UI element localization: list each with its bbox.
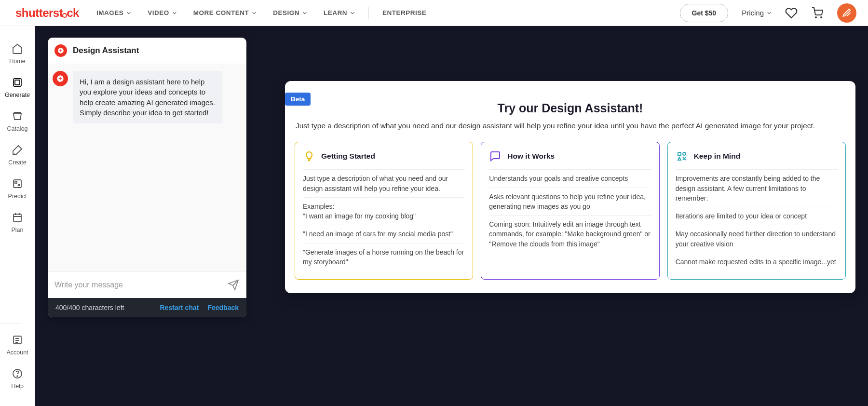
cart-icon[interactable] bbox=[811, 7, 824, 19]
info-panel: Beta Try our Design Assistant! Just type… bbox=[285, 81, 855, 293]
assistant-avatar-icon bbox=[53, 71, 68, 86]
nav-images[interactable]: IMAGES bbox=[96, 9, 131, 16]
card-item: Improvements are constantly being added … bbox=[676, 169, 838, 207]
sidebar-divider bbox=[0, 324, 22, 324]
chevron-down-icon bbox=[172, 11, 177, 15]
top-nav: shutterstck IMAGES VIDEO MORE CONTENT DE… bbox=[0, 0, 868, 26]
card-item: "I need an image of cars for my social m… bbox=[303, 225, 465, 243]
chat-body: Hi, I am a design assistant here to help… bbox=[48, 64, 246, 271]
user-avatar[interactable] bbox=[837, 3, 856, 23]
get-offer-button[interactable]: Get $50 bbox=[680, 4, 729, 22]
nav-design[interactable]: DESIGN bbox=[273, 9, 307, 16]
card-title: Getting Started bbox=[321, 152, 375, 161]
info-card: Try our Design Assistant! Just type a de… bbox=[285, 81, 855, 293]
info-title: Try our Design Assistant! bbox=[295, 101, 846, 115]
nav-label: VIDEO bbox=[148, 9, 169, 16]
shutterstock-logo[interactable]: shutterstck bbox=[15, 6, 79, 20]
info-subtitle: Just type a description of what you need… bbox=[295, 120, 846, 131]
nav-more-content[interactable]: MORE CONTENT bbox=[193, 9, 257, 16]
sidebar-item-home[interactable]: Home bbox=[0, 38, 35, 71]
card-item: Asks relevant questions to help you refi… bbox=[489, 188, 651, 216]
feedback-link[interactable]: Feedback bbox=[207, 304, 239, 311]
card-how-it-works: How it Works Understands your goals and … bbox=[481, 142, 659, 280]
chat-bubble-icon bbox=[489, 150, 502, 162]
sidebar-item-label: Predict bbox=[8, 193, 27, 200]
chat-input[interactable] bbox=[54, 281, 221, 289]
sidebar-item-catalog[interactable]: Catalog bbox=[0, 105, 35, 139]
card-item: Coming soon: Intuitively edit an image t… bbox=[489, 215, 651, 253]
nav-label: IMAGES bbox=[96, 9, 123, 16]
svg-rect-7 bbox=[14, 214, 21, 222]
sidebar-item-create[interactable]: Create bbox=[0, 139, 35, 173]
svg-rect-11 bbox=[678, 152, 681, 155]
beta-badge: Beta bbox=[285, 93, 311, 106]
sidebar-item-plan[interactable]: Plan bbox=[0, 206, 35, 240]
nav-label: LEARN bbox=[324, 9, 347, 16]
nav-divider bbox=[368, 7, 369, 19]
card-keep-in-mind: Keep in Mind Improvements are constantly… bbox=[667, 142, 846, 280]
predict-icon bbox=[11, 177, 24, 190]
card-item: Cannot make requested edits to a specifi… bbox=[676, 253, 838, 271]
sidebar-item-generate[interactable]: Generate bbox=[0, 71, 35, 105]
svg-point-6 bbox=[18, 185, 20, 186]
chat-message: Hi, I am a design assistant here to help… bbox=[73, 71, 222, 123]
sidebar-item-help[interactable]: Help bbox=[0, 363, 35, 396]
sidebar-item-account[interactable]: Account bbox=[0, 329, 35, 363]
chevron-down-icon bbox=[767, 11, 772, 15]
card-item: Iterations are limited to your idea or c… bbox=[676, 207, 838, 225]
nav-label: ENTERPRISE bbox=[382, 9, 426, 16]
sidebar-item-label: Account bbox=[6, 349, 28, 356]
sidebar-item-label: Catalog bbox=[7, 125, 27, 132]
sidebar-item-label: Home bbox=[9, 58, 25, 65]
svg-point-12 bbox=[683, 152, 686, 155]
nav-label: MORE CONTENT bbox=[193, 9, 249, 16]
create-icon bbox=[11, 144, 24, 156]
card-item: Examples: "I want an image for my cookin… bbox=[303, 197, 465, 225]
nav-links: IMAGES VIDEO MORE CONTENT DESIGN LEARN bbox=[96, 9, 355, 16]
pricing-menu[interactable]: Pricing bbox=[742, 9, 772, 17]
chevron-down-icon bbox=[126, 11, 131, 15]
restart-chat-link[interactable]: Restart chat bbox=[160, 304, 199, 311]
chevron-down-icon bbox=[350, 11, 355, 15]
sidebar-item-predict[interactable]: Predict bbox=[0, 173, 35, 206]
char-counter: 400/400 characters left bbox=[55, 304, 124, 311]
send-icon[interactable] bbox=[227, 279, 240, 291]
card-getting-started: Getting Started Just type a description … bbox=[295, 142, 473, 280]
lightbulb-icon bbox=[303, 150, 315, 162]
svg-rect-5 bbox=[15, 181, 17, 183]
topbar-right: Get $50 Pricing bbox=[680, 3, 856, 23]
plan-icon bbox=[11, 211, 24, 224]
pricing-label: Pricing bbox=[742, 9, 764, 17]
account-icon bbox=[11, 334, 24, 346]
card-item: Understands your goals and creative conc… bbox=[489, 169, 651, 187]
info-cards: Getting Started Just type a description … bbox=[295, 142, 846, 280]
main-canvas: Design Assistant Hi, I am a design assis… bbox=[35, 26, 868, 406]
svg-point-1 bbox=[821, 17, 822, 18]
chat-input-row bbox=[48, 271, 246, 298]
left-sidebar: Home Generate Catalog Create Predict Pla… bbox=[0, 26, 35, 406]
nav-enterprise[interactable]: ENTERPRISE bbox=[382, 9, 426, 16]
assistant-logo-icon bbox=[54, 44, 67, 57]
nav-label: DESIGN bbox=[273, 9, 299, 16]
svg-point-10 bbox=[17, 376, 18, 377]
card-item: May occasionally need further direction … bbox=[676, 225, 838, 253]
generate-icon bbox=[11, 76, 24, 89]
catalog-icon bbox=[11, 110, 24, 122]
card-title: How it Works bbox=[507, 152, 555, 161]
favorites-icon[interactable] bbox=[785, 7, 798, 19]
card-title: Keep in Mind bbox=[694, 152, 740, 161]
card-item: "Generate images of a horse running on t… bbox=[303, 243, 465, 271]
chat-footer: 400/400 characters left Restart chat Fee… bbox=[48, 298, 246, 317]
nav-learn[interactable]: LEARN bbox=[324, 9, 355, 16]
sidebar-item-label: Help bbox=[11, 383, 24, 390]
sidebar-item-label: Plan bbox=[11, 227, 23, 233]
svg-rect-3 bbox=[15, 80, 20, 85]
chevron-down-icon bbox=[252, 11, 257, 15]
nav-video[interactable]: VIDEO bbox=[148, 9, 177, 16]
sidebar-item-label: Create bbox=[8, 159, 27, 166]
card-item: Just type a description of what you need… bbox=[303, 169, 465, 197]
home-icon bbox=[11, 42, 24, 55]
chevron-down-icon bbox=[302, 11, 307, 15]
chat-title: Design Assistant bbox=[73, 46, 139, 55]
help-icon bbox=[11, 367, 24, 380]
